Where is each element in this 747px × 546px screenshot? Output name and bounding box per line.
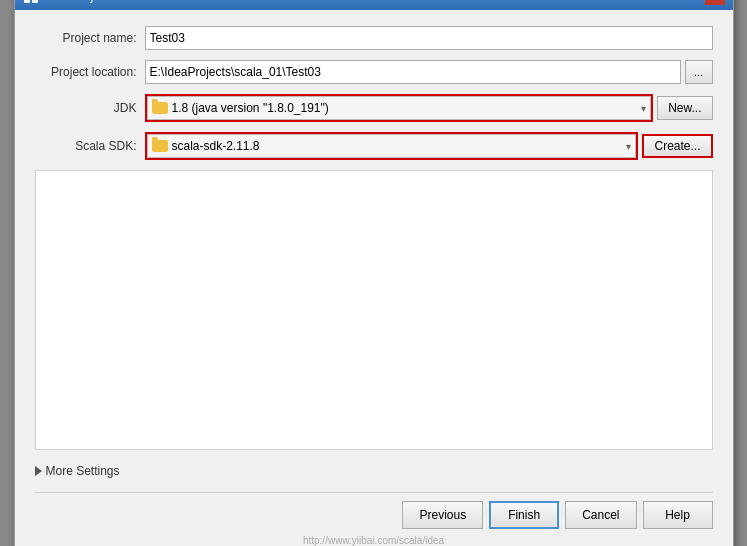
footer: Previous Finish Cancel Help <box>35 492 713 533</box>
more-settings-toggle[interactable]: More Settings <box>35 460 713 478</box>
more-settings-label: More Settings <box>46 464 120 478</box>
scala-sdk-select-wrapper: scala-sdk-2.11.8 ▾ <box>145 132 639 160</box>
jdk-label: JDK <box>35 101 145 115</box>
finish-button[interactable]: Finish <box>489 501 559 529</box>
svg-rect-3 <box>32 0 38 3</box>
minimize-button[interactable]: ─ <box>661 0 681 5</box>
project-name-label: Project name: <box>35 31 145 45</box>
help-button[interactable]: Help <box>643 501 713 529</box>
project-name-input[interactable] <box>145 26 713 50</box>
close-button[interactable]: ✕ <box>705 0 725 5</box>
svg-rect-2 <box>24 0 30 3</box>
jdk-row: JDK 1.8 (java version "1.8.0_191") ▾ New… <box>35 94 713 122</box>
scala-sdk-row: Scala SDK: scala-sdk-2.11.8 ▾ Create... <box>35 132 713 160</box>
window-icon <box>23 0 39 4</box>
watermark: http://www.yiibai.com/scala/idea <box>35 533 713 546</box>
project-name-row: Project name: <box>35 26 713 50</box>
project-location-label: Project location: <box>35 65 145 79</box>
title-controls: ─ □ ✕ <box>661 0 725 5</box>
window-body: Project name: Project location: ... JDK … <box>15 10 733 546</box>
jdk-select-wrapper: 1.8 (java version "1.8.0_191") ▾ <box>145 94 654 122</box>
window-title: New Project <box>45 0 110 3</box>
jdk-folder-icon <box>152 102 168 114</box>
scala-sdk-chevron-icon: ▾ <box>626 141 631 152</box>
jdk-value: 1.8 (java version "1.8.0_191") <box>172 101 329 115</box>
title-bar-left: New Project <box>23 0 110 4</box>
project-location-input[interactable] <box>145 60 681 84</box>
jdk-select[interactable]: 1.8 (java version "1.8.0_191") ▾ <box>147 96 652 120</box>
project-location-row: Project location: ... <box>35 60 713 84</box>
jdk-new-button[interactable]: New... <box>657 96 712 120</box>
browse-button[interactable]: ... <box>685 60 713 84</box>
title-bar: New Project ─ □ ✕ <box>15 0 733 10</box>
scala-sdk-label: Scala SDK: <box>35 139 145 153</box>
jdk-chevron-icon: ▾ <box>641 103 646 114</box>
cancel-button[interactable]: Cancel <box>565 501 636 529</box>
scala-create-button[interactable]: Create... <box>642 134 712 158</box>
maximize-button[interactable]: □ <box>683 0 703 5</box>
more-settings-triangle-icon <box>35 466 42 476</box>
scala-sdk-value: scala-sdk-2.11.8 <box>172 139 260 153</box>
previous-button[interactable]: Previous <box>402 501 483 529</box>
content-area <box>35 170 713 450</box>
scala-sdk-select[interactable]: scala-sdk-2.11.8 ▾ <box>147 134 637 158</box>
scala-sdk-folder-icon <box>152 140 168 152</box>
new-project-window: New Project ─ □ ✕ Project name: Project … <box>14 0 734 546</box>
